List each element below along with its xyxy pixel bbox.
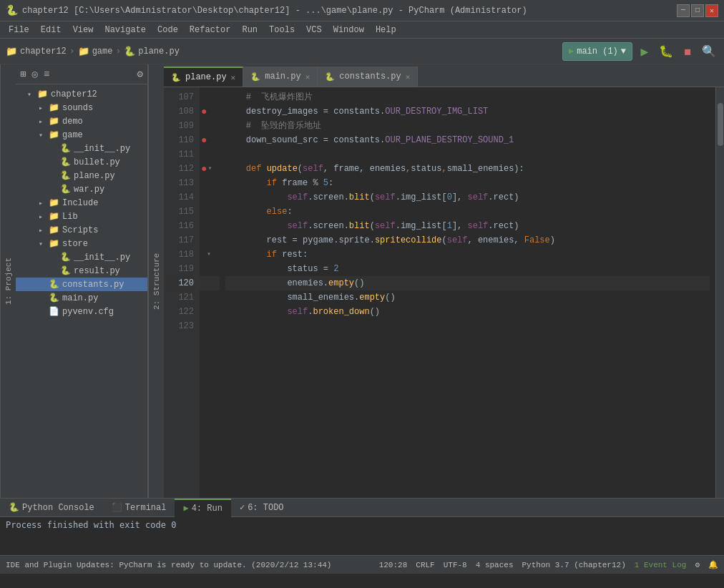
menu-window[interactable]: Window xyxy=(328,24,370,36)
tree-item-chapter12[interactable]: ▾ 📁 chapter12 xyxy=(16,87,147,101)
breadcrumb: 📁 chapter12 › 📁 game › 🐍 plane.py xyxy=(6,46,559,57)
breakpoint-108[interactable]: ● xyxy=(201,104,207,119)
code-line-119: status = 2 xyxy=(225,262,710,276)
dropdown-arrow-icon: ▼ xyxy=(621,46,626,57)
tab-todo[interactable]: ✓ 6: TODO xyxy=(231,499,293,517)
tree-item-game[interactable]: ▾ 📁 game xyxy=(16,128,147,142)
tree-item-store[interactable]: ▾ 📁 store xyxy=(16,237,147,250)
status-right: 120:28 CRLF UTF-8 4 spaces Python 3.7 (c… xyxy=(379,560,718,569)
code-content[interactable]: # 飞机爆炸图片 destroy_images = constants.OUR_… xyxy=(220,87,715,498)
notification-icon[interactable]: 🔔 xyxy=(708,560,718,569)
py-icon-result: 🐍 xyxy=(60,265,71,276)
breakpoint-112[interactable]: ● xyxy=(201,162,207,176)
menu-run[interactable]: Run xyxy=(236,24,263,36)
editor-scrollbar[interactable] xyxy=(715,87,724,498)
tree-item-result[interactable]: 🐍 result.py xyxy=(16,264,147,278)
tree-item-demo[interactable]: ▸ 📁 demo xyxy=(16,114,147,128)
tab-constants-py[interactable]: 🐍 constants.py ✕ xyxy=(318,67,418,87)
tree-item-main[interactable]: 🐍 main.py xyxy=(16,291,147,305)
tree-label-lib: Lib xyxy=(62,212,78,222)
tree-item-constants[interactable]: 🐍 constants.py xyxy=(16,278,147,291)
menu-tools[interactable]: Tools xyxy=(263,24,300,36)
code-line-116: self.screen.blit(self.img_list[1], self.… xyxy=(225,219,710,233)
fold-112[interactable]: ▾ xyxy=(207,162,212,176)
bottom-panel: 🐍 Python Console ⬛ Terminal ▶ 4: Run ✓ 6… xyxy=(0,498,724,555)
maximize-button[interactable]: □ xyxy=(691,4,704,17)
status-position[interactable]: 120:28 xyxy=(379,561,408,569)
sidebar: ⊞ ◎ ≡ ⚙ ▾ 📁 chapter12 ▸ 📁 sounds xyxy=(16,64,148,498)
python-console-icon: 🐍 xyxy=(9,502,19,513)
tree-label-main: main.py xyxy=(62,293,98,303)
tree-item-lib[interactable]: ▸ 📁 Lib xyxy=(16,210,147,223)
status-indent[interactable]: 4 spaces xyxy=(476,561,514,569)
tree-item-init1[interactable]: 🐍 __init__.py xyxy=(16,142,147,155)
status-encoding[interactable]: UTF-8 xyxy=(444,561,467,569)
status-line-ending[interactable]: CRLF xyxy=(416,561,434,569)
tree-item-include[interactable]: ▸ 📁 Include xyxy=(16,196,147,210)
menu-edit[interactable]: Edit xyxy=(35,24,67,36)
tab-label-plane: plane.py xyxy=(185,72,227,82)
structure-panel-label[interactable]: 2: Structure xyxy=(148,64,164,498)
sidebar-expand-icon[interactable]: ⊞ xyxy=(19,67,27,82)
main-layout: 1: Project ⊞ ◎ ≡ ⚙ ▾ 📁 chapter12 ▸ 📁 sou xyxy=(0,64,724,498)
menu-help[interactable]: Help xyxy=(370,24,402,36)
status-event-log[interactable]: 1 Event Log xyxy=(635,561,687,569)
project-panel-label[interactable]: 1: Project xyxy=(0,64,16,498)
stop-button[interactable]: ◼ xyxy=(678,42,697,61)
tab-terminal[interactable]: ⬛ Terminal xyxy=(103,499,175,517)
sidebar-collapse-icon[interactable]: ≡ xyxy=(42,67,51,82)
tree-item-pyvenv[interactable]: 📄 pyvenv.cfg xyxy=(16,305,147,318)
tree-item-war[interactable]: 🐍 war.py xyxy=(16,182,147,196)
sidebar-settings-icon[interactable]: ⚙ xyxy=(136,67,145,82)
minimize-button[interactable]: ─ xyxy=(677,4,690,17)
folder-icon-lib: 📁 xyxy=(49,211,59,222)
tree-label-plane: plane.py xyxy=(74,171,115,181)
tab-plane-py[interactable]: 🐍 plane.py ✕ xyxy=(164,67,243,87)
debug-button[interactable]: 🐛 xyxy=(657,42,675,61)
toolbar: 📁 chapter12 › 📁 game › 🐍 plane.py ▶ main… xyxy=(0,39,724,64)
tree-item-sounds[interactable]: ▸ 📁 sounds xyxy=(16,101,147,114)
tree-arrow-sounds: ▸ xyxy=(39,104,47,112)
tab-python-console[interactable]: 🐍 Python Console xyxy=(0,499,103,517)
breadcrumb-project[interactable]: chapter12 xyxy=(20,46,67,57)
tab-bar: 🐍 plane.py ✕ 🐍 main.py ✕ 🐍 constants.py … xyxy=(164,64,724,87)
linenum-111: 111 xyxy=(167,147,194,162)
file-tree: ▾ 📁 chapter12 ▸ 📁 sounds ▸ 📁 demo xyxy=(16,84,147,498)
tree-item-scripts[interactable]: ▸ 📁 Scripts xyxy=(16,223,147,237)
close-button[interactable]: ✕ xyxy=(705,4,718,17)
sidebar-locate-icon[interactable]: ◎ xyxy=(30,67,39,82)
breadcrumb-file[interactable]: plane.py xyxy=(138,46,180,57)
run-button[interactable]: ▶ xyxy=(635,42,654,61)
bottom-tabs: 🐍 Python Console ⬛ Terminal ▶ 4: Run ✓ 6… xyxy=(0,499,724,517)
linenum-119: 119 xyxy=(167,262,194,276)
menu-vcs[interactable]: VCS xyxy=(300,24,328,36)
folder-icon-sounds: 📁 xyxy=(49,102,59,113)
tab-run[interactable]: ▶ 4: Run xyxy=(175,499,230,517)
tree-item-store-init[interactable]: 🐍 __init__.py xyxy=(16,250,147,264)
tree-item-bullet[interactable]: 🐍 bullet.py xyxy=(16,155,147,169)
tab-close-constants[interactable]: ✕ xyxy=(406,72,411,82)
menu-view[interactable]: View xyxy=(67,24,99,36)
fold-118[interactable]: ▾ xyxy=(207,248,211,262)
search-button[interactable]: 🔍 xyxy=(700,42,718,61)
tab-main-py[interactable]: 🐍 main.py ✕ xyxy=(243,67,318,87)
breadcrumb-folder[interactable]: game xyxy=(92,46,113,57)
breakpoint-110[interactable]: ● xyxy=(201,133,207,147)
menu-refactor[interactable]: Refactor xyxy=(184,24,237,36)
tree-label-include: Include xyxy=(62,198,98,208)
code-line-112: def update(self, frame, enemies,status,s… xyxy=(225,162,710,176)
menu-code[interactable]: Code xyxy=(152,24,184,36)
project-folder-icon: 📁 xyxy=(6,46,17,57)
menu-file[interactable]: File xyxy=(3,24,35,36)
gutter-115 xyxy=(200,205,220,219)
settings-icon[interactable]: ⚙ xyxy=(695,560,700,569)
scrollbar-thumb[interactable] xyxy=(718,103,723,146)
run-config-dropdown[interactable]: ▶ main (1) ▼ xyxy=(562,42,632,61)
tab-close-main[interactable]: ✕ xyxy=(305,72,310,82)
tree-item-plane[interactable]: 🐍 plane.py xyxy=(16,169,147,182)
run-config-icon: ▶ xyxy=(569,46,574,57)
tab-close-plane[interactable]: ✕ xyxy=(231,73,236,82)
tab-icon-main: 🐍 xyxy=(250,72,260,82)
menu-navigate[interactable]: Navigate xyxy=(99,24,152,36)
status-python-version[interactable]: Python 3.7 (chapter12) xyxy=(522,561,626,569)
